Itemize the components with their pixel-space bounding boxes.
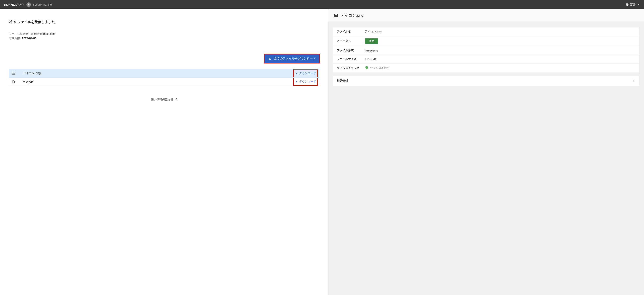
topbar: HENNGE One Secure Transfer 言語 (0, 0, 644, 9)
virus-scan-text: ウィルス不検出 (370, 66, 390, 70)
lock-badge-icon (26, 2, 31, 7)
info-value: 661.1 kB (365, 57, 376, 61)
supplementary-label: 補足情報 (337, 79, 348, 83)
info-label: ファイル名 (337, 30, 361, 33)
shield-check-icon (365, 66, 368, 70)
svg-point-1 (12, 73, 13, 73)
privacy-policy-link[interactable]: 個人情報保護方針 (151, 98, 177, 101)
download-icon (268, 56, 272, 61)
svg-rect-3 (334, 14, 338, 16)
language-label: 言語 (630, 3, 636, 6)
download-all-button[interactable]: 全てのファイルをダウンロード (264, 54, 320, 63)
privacy-policy-link-wrap: 個人情報保護方針 (9, 98, 320, 101)
info-label: ウイルスチェック (337, 66, 361, 70)
status-badge: 有効 (365, 38, 378, 44)
supplementary-info-toggle[interactable]: 補足情報 (333, 76, 639, 86)
detail-title: アイコン.png (341, 13, 364, 18)
download-label: ダウンロード (299, 80, 316, 83)
chevron-down-icon (632, 78, 636, 83)
download-all-label: 全てのファイルをダウンロード (274, 57, 316, 60)
privacy-policy-text: 個人情報保護方針 (151, 98, 173, 101)
external-link-icon (174, 98, 177, 101)
page-title: 2件のファイルを受信しました。 (9, 20, 320, 24)
info-row-virus: ウイルスチェック ウィルス不検出 (333, 63, 639, 72)
detail-pane: アイコン.png ファイル名 アイコン.png ステータス 有効 ファイル形式 … (328, 9, 644, 295)
file-row[interactable]: アイコン.png ダウンロード (9, 69, 320, 78)
brand-logo: HENNGE One (4, 3, 24, 6)
app-name: Secure Transfer (33, 3, 53, 6)
detail-header: アイコン.png (328, 9, 644, 22)
info-value: image/png (365, 49, 378, 52)
language-selector[interactable]: 言語 (626, 3, 640, 6)
svg-text:PDF: PDF (13, 82, 14, 82)
image-file-icon (334, 13, 338, 18)
file-info-card: ファイル名 アイコン.png ステータス 有効 ファイル形式 image/png… (333, 27, 639, 72)
sender-value: user@example.com (30, 32, 56, 35)
brand-main-text: HENNGE (4, 3, 18, 6)
sender-row: ファイル送信者 user@example.com (9, 32, 320, 36)
brand: HENNGE One Secure Transfer (4, 2, 53, 7)
sender-label: ファイル送信者 (9, 32, 28, 35)
image-file-icon (12, 71, 15, 75)
pdf-file-icon: PDF (12, 80, 15, 84)
svg-point-4 (335, 14, 336, 15)
info-label: ファイル形式 (337, 49, 361, 52)
left-pane: 2件のファイルを受信しました。 ファイル送信者 user@example.com… (0, 9, 328, 295)
file-name: アイコン.png (23, 71, 287, 75)
expiry-label: 有効期限 (9, 37, 20, 40)
expiry-value: 2024-04-06 (22, 37, 36, 40)
expiry-row: 有効期限 2024-04-06 (9, 37, 320, 40)
download-file-button[interactable]: ダウンロード (295, 80, 316, 83)
info-row-mime: ファイル形式 image/png (333, 46, 639, 55)
svg-rect-0 (12, 72, 15, 74)
download-file-button[interactable]: ダウンロード (295, 72, 316, 75)
brand-sub-text: One (18, 3, 24, 6)
chevron-down-icon (637, 3, 640, 6)
download-icon (295, 80, 298, 83)
file-list: アイコン.png ダウンロード PDF test.pdf (9, 69, 320, 86)
globe-icon (626, 3, 629, 6)
info-row-status: ステータス 有効 (333, 36, 639, 46)
file-row[interactable]: PDF test.pdf ダウンロード (9, 78, 320, 86)
info-label: ステータス (337, 39, 361, 43)
download-icon (295, 72, 298, 75)
info-value: アイコン.png (365, 30, 382, 33)
info-row-size: ファイルサイズ 661.1 kB (333, 55, 639, 63)
download-label: ダウンロード (299, 72, 316, 75)
info-label: ファイルサイズ (337, 57, 361, 61)
file-name: test.pdf (23, 80, 287, 84)
main: 2件のファイルを受信しました。 ファイル送信者 user@example.com… (0, 9, 644, 295)
info-row-filename: ファイル名 アイコン.png (333, 27, 639, 36)
